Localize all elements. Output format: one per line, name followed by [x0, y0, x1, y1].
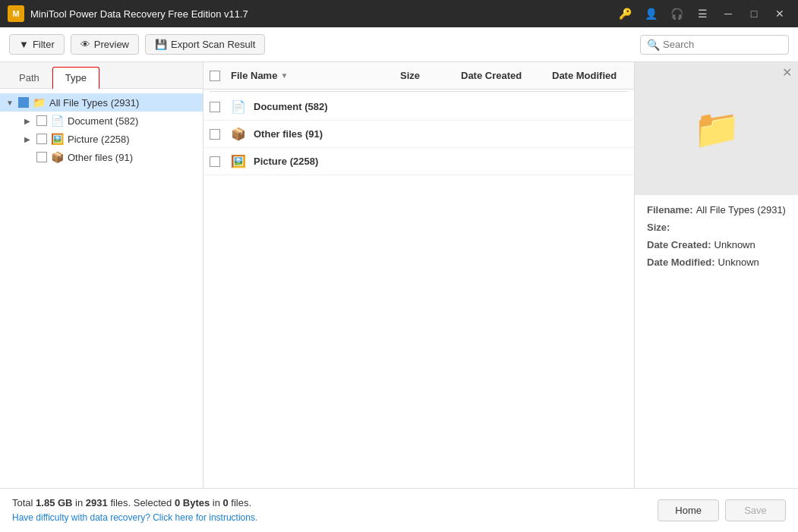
chevron-right-icon: ▶	[24, 117, 36, 125]
col-header-date-created[interactable]: Date Created	[461, 70, 552, 81]
doc-row-name: Document (582)	[254, 101, 328, 112]
tree-checkbox-other[interactable]	[36, 152, 47, 162]
help-link[interactable]: Have difficulty with data recovery? Clic…	[12, 511, 658, 525]
other-icon: 📦	[51, 151, 64, 163]
export-button[interactable]: 💾 Export Scan Result	[145, 34, 265, 55]
file-list-header: File Name ▼ Size Date Created Date Modif…	[203, 62, 634, 90]
tree-item-label-picture: Picture (2258)	[68, 134, 130, 145]
file-row-other[interactable]: 📦 Other files (91)	[203, 121, 634, 148]
preview-filename-label: Filename:	[647, 204, 693, 216]
doc-row-icon: 📄	[231, 99, 246, 114]
main-content: Path Type ▼ 📁 All File Types (2931) ▶ 📄 …	[0, 62, 798, 488]
col-header-size[interactable]: Size	[400, 70, 461, 81]
selected-size: 0 Bytes	[175, 497, 210, 508]
document-icon: 📄	[51, 115, 64, 127]
other-row-name: Other files (91)	[254, 128, 323, 140]
tree-item-picture[interactable]: ▶ 🖼️ Picture (2258)	[0, 130, 203, 148]
preview-image-area: 📁	[635, 62, 798, 195]
row-filename-document: 📄 Document (582)	[231, 99, 400, 114]
file-list-body: 📄 Document (582) 📦 Other files (91)	[203, 93, 634, 488]
tree-checkbox-document[interactable]	[36, 115, 47, 126]
filter-label: Filter	[33, 39, 55, 50]
right-panel: ✕ 📁 Filename: All File Types (2931) Size…	[635, 62, 798, 488]
row-checkbox-other[interactable]	[210, 129, 231, 140]
preview-filename-row: Filename: All File Types (2931)	[647, 204, 786, 216]
chevron-down-icon: ▼	[6, 99, 18, 107]
circle-icon[interactable]: 👤	[640, 3, 661, 24]
close-icon[interactable]: ✕	[769, 3, 790, 24]
selected-files: 0	[223, 497, 229, 508]
tree-item-other[interactable]: ▶ 📦 Other files (91)	[0, 148, 203, 166]
preview-date-modified-row: Date Modified: Unknown	[647, 257, 786, 268]
app-logo: M	[8, 5, 24, 22]
row-checkbox-document[interactable]	[210, 102, 231, 112]
row-checkbox-picture[interactable]	[210, 156, 231, 167]
tree-checkbox-picture[interactable]	[36, 134, 47, 144]
search-input[interactable]	[663, 39, 784, 50]
preview-date-modified-value: Unknown	[718, 257, 759, 268]
headphone-icon[interactable]: 🎧	[666, 3, 687, 24]
row-filename-other: 📦 Other files (91)	[231, 127, 400, 141]
files-text: files. Selected	[108, 497, 175, 508]
file-row-document[interactable]: 📄 Document (582)	[203, 93, 634, 121]
preview-label: Preview	[94, 39, 129, 50]
preview-close-button[interactable]: ✕	[782, 65, 792, 80]
files-text2: files.	[229, 497, 251, 508]
tree-item-label-all: All File Types (2931)	[49, 97, 139, 109]
minimize-icon[interactable]: ─	[718, 3, 739, 24]
tabs-row: Path Type	[0, 62, 203, 89]
preview-size-label: Size:	[647, 222, 670, 233]
tab-path[interactable]: Path	[6, 67, 52, 88]
sort-arrow-icon: ▼	[280, 71, 288, 80]
col-header-date-modified[interactable]: Date Modified	[552, 70, 628, 81]
export-label: Export Scan Result	[171, 39, 255, 50]
preview-size-row: Size:	[647, 222, 786, 233]
tree-item-label-other: Other files (91)	[68, 152, 133, 163]
total-files: 2931	[86, 497, 108, 508]
pic-row-name: Picture (2258)	[254, 156, 318, 167]
header-checkbox-col	[210, 71, 231, 81]
row-filename-picture: 🖼️ Picture (2258)	[231, 154, 400, 168]
export-icon: 💾	[155, 39, 167, 50]
search-icon: 🔍	[647, 39, 660, 51]
tree-item-all[interactable]: ▼ 📁 All File Types (2931)	[0, 93, 203, 112]
window-controls: 🔑 👤 🎧 ☰ ─ □ ✕	[614, 3, 790, 24]
save-button[interactable]: Save	[725, 499, 786, 521]
middle-panel: File Name ▼ Size Date Created Date Modif…	[203, 62, 635, 488]
col-filename-label: File Name	[231, 70, 277, 81]
preview-date-modified-label: Date Modified:	[647, 257, 715, 268]
col-header-filename[interactable]: File Name ▼	[231, 70, 400, 81]
statusbar: Total 1.85 GB in 2931 files. Selected 0 …	[0, 488, 798, 532]
statusbar-buttons: Home Save	[658, 499, 786, 521]
select-all-checkbox[interactable]	[210, 71, 220, 81]
preview-info: Filename: All File Types (2931) Size: Da…	[635, 195, 798, 277]
key-icon[interactable]: 🔑	[614, 3, 636, 24]
home-button[interactable]: Home	[658, 499, 719, 521]
tree-item-label-document: Document (582)	[68, 115, 138, 127]
tab-type[interactable]: Type	[52, 67, 99, 89]
filter-button[interactable]: ▼ Filter	[9, 34, 65, 55]
chevron-right-icon-2: ▶	[24, 135, 36, 143]
in-text2: in	[210, 497, 222, 508]
in-text: in	[73, 497, 86, 508]
preview-date-created-value: Unknown	[714, 239, 755, 250]
preview-date-created-row: Date Created: Unknown	[647, 239, 786, 250]
total-size: 1.85 GB	[36, 497, 72, 508]
preview-filename-value: All File Types (2931)	[696, 204, 786, 216]
statusbar-text: Total 1.85 GB in 2931 files. Selected 0 …	[12, 496, 658, 526]
filter-icon: ▼	[19, 39, 29, 50]
file-row-picture[interactable]: 🖼️ Picture (2258)	[203, 148, 634, 175]
titlebar: M MiniTool Power Data Recovery Free Edit…	[0, 0, 798, 27]
picture-icon: 🖼️	[51, 133, 64, 145]
menu-icon[interactable]: ☰	[692, 3, 713, 24]
pic-row-icon: 🖼️	[231, 154, 246, 168]
search-box: 🔍	[640, 35, 789, 55]
preview-button[interactable]: 👁 Preview	[71, 34, 139, 55]
total-prefix: Total	[12, 497, 36, 508]
tree-panel: ▼ 📁 All File Types (2931) ▶ 📄 Document (…	[0, 89, 203, 488]
tree-checkbox-all[interactable]	[18, 97, 29, 108]
maximize-icon[interactable]: □	[743, 3, 765, 24]
tree-item-document[interactable]: ▶ 📄 Document (582)	[0, 112, 203, 130]
preview-folder-icon: 📁	[693, 107, 740, 151]
app-title: MiniTool Power Data Recovery Free Editio…	[30, 8, 614, 20]
